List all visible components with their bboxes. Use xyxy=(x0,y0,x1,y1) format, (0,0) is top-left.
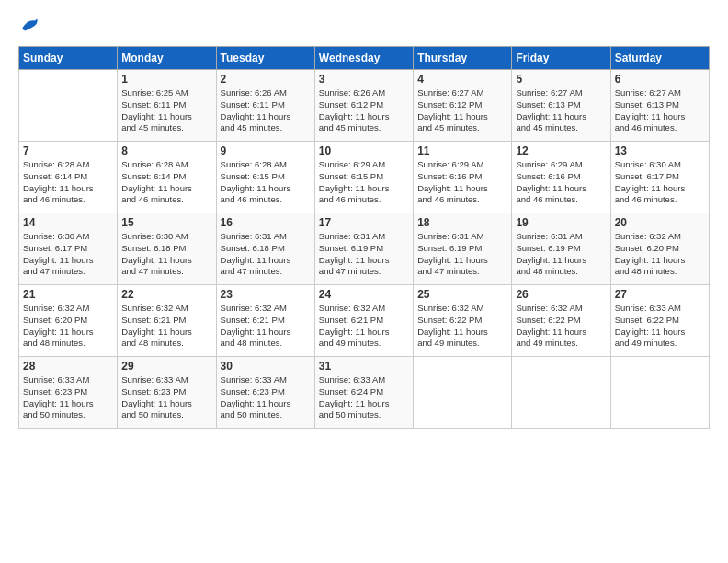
day-number: 28 xyxy=(23,360,113,373)
cell-content: Sunrise: 6:30 AM Sunset: 6:17 PM Dayligh… xyxy=(23,231,113,278)
cell-content: Sunrise: 6:31 AM Sunset: 6:19 PM Dayligh… xyxy=(319,231,409,278)
calendar-cell: 11Sunrise: 6:29 AM Sunset: 6:16 PM Dayli… xyxy=(414,142,512,213)
cell-content: Sunrise: 6:31 AM Sunset: 6:19 PM Dayligh… xyxy=(516,231,606,278)
day-number: 1 xyxy=(121,73,211,86)
day-header-monday: Monday xyxy=(118,47,216,70)
calendar-cell: 30Sunrise: 6:33 AM Sunset: 6:23 PM Dayli… xyxy=(216,357,314,429)
cell-content: Sunrise: 6:32 AM Sunset: 6:22 PM Dayligh… xyxy=(516,303,606,350)
calendar-cell: 18Sunrise: 6:31 AM Sunset: 6:19 PM Dayli… xyxy=(414,213,512,285)
calendar-cell: 4Sunrise: 6:27 AM Sunset: 6:12 PM Daylig… xyxy=(414,70,512,142)
day-number: 23 xyxy=(221,288,311,301)
logo-bird-icon xyxy=(20,15,40,35)
cell-content: Sunrise: 6:29 AM Sunset: 6:16 PM Dayligh… xyxy=(516,159,606,206)
cell-content: Sunrise: 6:30 AM Sunset: 6:17 PM Dayligh… xyxy=(615,159,705,206)
week-row-2: 14Sunrise: 6:30 AM Sunset: 6:17 PM Dayli… xyxy=(19,213,710,285)
week-row-4: 28Sunrise: 6:33 AM Sunset: 6:23 PM Dayli… xyxy=(19,357,710,429)
cell-content: Sunrise: 6:28 AM Sunset: 6:15 PM Dayligh… xyxy=(221,159,311,206)
calendar-table: SundayMondayTuesdayWednesdayThursdayFrid… xyxy=(18,46,710,429)
calendar-cell: 27Sunrise: 6:33 AM Sunset: 6:22 PM Dayli… xyxy=(610,285,709,357)
day-header-tuesday: Tuesday xyxy=(216,47,314,70)
calendar-cell: 21Sunrise: 6:32 AM Sunset: 6:20 PM Dayli… xyxy=(19,285,118,357)
day-number: 4 xyxy=(417,73,507,86)
day-number: 29 xyxy=(121,360,211,373)
day-number: 14 xyxy=(23,216,113,229)
cell-content: Sunrise: 6:32 AM Sunset: 6:21 PM Dayligh… xyxy=(221,303,311,350)
day-number: 12 xyxy=(516,144,606,157)
day-number: 10 xyxy=(319,144,409,157)
calendar-cell: 2Sunrise: 6:26 AM Sunset: 6:11 PM Daylig… xyxy=(216,70,314,142)
day-header-friday: Friday xyxy=(512,47,610,70)
calendar-header: SundayMondayTuesdayWednesdayThursdayFrid… xyxy=(19,47,710,70)
day-header-saturday: Saturday xyxy=(610,47,709,70)
calendar-cell: 14Sunrise: 6:30 AM Sunset: 6:17 PM Dayli… xyxy=(19,213,118,285)
calendar-cell: 9Sunrise: 6:28 AM Sunset: 6:15 PM Daylig… xyxy=(216,142,314,213)
calendar-cell xyxy=(512,357,610,429)
day-number: 8 xyxy=(121,144,211,157)
calendar-cell: 5Sunrise: 6:27 AM Sunset: 6:13 PM Daylig… xyxy=(512,70,610,142)
day-number: 31 xyxy=(319,360,409,373)
cell-content: Sunrise: 6:32 AM Sunset: 6:21 PM Dayligh… xyxy=(121,303,211,350)
calendar-cell xyxy=(610,357,709,429)
cell-content: Sunrise: 6:31 AM Sunset: 6:18 PM Dayligh… xyxy=(221,231,311,278)
day-header-sunday: Sunday xyxy=(19,47,118,70)
day-number: 19 xyxy=(516,216,606,229)
cell-content: Sunrise: 6:30 AM Sunset: 6:18 PM Dayligh… xyxy=(121,231,211,278)
cell-content: Sunrise: 6:33 AM Sunset: 6:23 PM Dayligh… xyxy=(121,374,211,421)
calendar-cell: 3Sunrise: 6:26 AM Sunset: 6:12 PM Daylig… xyxy=(314,70,413,142)
day-number: 24 xyxy=(319,288,409,301)
calendar-cell xyxy=(414,357,512,429)
day-number: 15 xyxy=(121,216,211,229)
calendar-cell: 22Sunrise: 6:32 AM Sunset: 6:21 PM Dayli… xyxy=(118,285,216,357)
cell-content: Sunrise: 6:33 AM Sunset: 6:23 PM Dayligh… xyxy=(221,374,311,421)
day-number: 11 xyxy=(417,144,507,157)
cell-content: Sunrise: 6:29 AM Sunset: 6:16 PM Dayligh… xyxy=(417,159,507,206)
calendar-cell: 26Sunrise: 6:32 AM Sunset: 6:22 PM Dayli… xyxy=(512,285,610,357)
day-number: 6 xyxy=(615,73,705,86)
cell-content: Sunrise: 6:33 AM Sunset: 6:23 PM Dayligh… xyxy=(23,374,113,421)
calendar-cell: 25Sunrise: 6:32 AM Sunset: 6:22 PM Dayli… xyxy=(414,285,512,357)
day-number: 16 xyxy=(221,216,311,229)
calendar-cell: 13Sunrise: 6:30 AM Sunset: 6:17 PM Dayli… xyxy=(610,142,709,213)
day-number: 30 xyxy=(221,360,311,373)
week-row-1: 7Sunrise: 6:28 AM Sunset: 6:14 PM Daylig… xyxy=(19,142,710,213)
calendar-cell: 16Sunrise: 6:31 AM Sunset: 6:18 PM Dayli… xyxy=(216,213,314,285)
calendar-cell: 1Sunrise: 6:25 AM Sunset: 6:11 PM Daylig… xyxy=(118,70,216,142)
day-number: 2 xyxy=(221,73,311,86)
cell-content: Sunrise: 6:25 AM Sunset: 6:11 PM Dayligh… xyxy=(121,87,211,134)
day-header-thursday: Thursday xyxy=(414,47,512,70)
day-number: 21 xyxy=(23,288,113,301)
cell-content: Sunrise: 6:29 AM Sunset: 6:15 PM Dayligh… xyxy=(319,159,409,206)
cell-content: Sunrise: 6:33 AM Sunset: 6:22 PM Dayligh… xyxy=(615,303,705,350)
day-number: 27 xyxy=(615,288,705,301)
day-number: 7 xyxy=(23,144,113,157)
cell-content: Sunrise: 6:27 AM Sunset: 6:13 PM Dayligh… xyxy=(615,87,705,134)
logo xyxy=(18,15,40,35)
calendar-cell: 17Sunrise: 6:31 AM Sunset: 6:19 PM Dayli… xyxy=(314,213,413,285)
day-number: 3 xyxy=(319,73,409,86)
day-headers-row: SundayMondayTuesdayWednesdayThursdayFrid… xyxy=(19,47,710,70)
header xyxy=(18,15,710,35)
cell-content: Sunrise: 6:32 AM Sunset: 6:21 PM Dayligh… xyxy=(319,303,409,350)
day-number: 22 xyxy=(121,288,211,301)
cell-content: Sunrise: 6:27 AM Sunset: 6:13 PM Dayligh… xyxy=(516,87,606,134)
calendar-cell: 28Sunrise: 6:33 AM Sunset: 6:23 PM Dayli… xyxy=(19,357,118,429)
calendar-cell: 12Sunrise: 6:29 AM Sunset: 6:16 PM Dayli… xyxy=(512,142,610,213)
calendar-cell: 24Sunrise: 6:32 AM Sunset: 6:21 PM Dayli… xyxy=(314,285,413,357)
day-number: 26 xyxy=(516,288,606,301)
calendar-cell: 29Sunrise: 6:33 AM Sunset: 6:23 PM Dayli… xyxy=(118,357,216,429)
day-number: 9 xyxy=(221,144,311,157)
cell-content: Sunrise: 6:31 AM Sunset: 6:19 PM Dayligh… xyxy=(417,231,507,278)
week-row-3: 21Sunrise: 6:32 AM Sunset: 6:20 PM Dayli… xyxy=(19,285,710,357)
cell-content: Sunrise: 6:28 AM Sunset: 6:14 PM Dayligh… xyxy=(121,159,211,206)
calendar-cell: 10Sunrise: 6:29 AM Sunset: 6:15 PM Dayli… xyxy=(314,142,413,213)
page: SundayMondayTuesdayWednesdayThursdayFrid… xyxy=(0,0,728,563)
calendar-cell: 20Sunrise: 6:32 AM Sunset: 6:20 PM Dayli… xyxy=(610,213,709,285)
calendar-cell: 15Sunrise: 6:30 AM Sunset: 6:18 PM Dayli… xyxy=(118,213,216,285)
cell-content: Sunrise: 6:28 AM Sunset: 6:14 PM Dayligh… xyxy=(23,159,113,206)
calendar-cell: 6Sunrise: 6:27 AM Sunset: 6:13 PM Daylig… xyxy=(610,70,709,142)
cell-content: Sunrise: 6:32 AM Sunset: 6:20 PM Dayligh… xyxy=(23,303,113,350)
cell-content: Sunrise: 6:32 AM Sunset: 6:22 PM Dayligh… xyxy=(417,303,507,350)
day-number: 17 xyxy=(319,216,409,229)
week-row-0: 1Sunrise: 6:25 AM Sunset: 6:11 PM Daylig… xyxy=(19,70,710,142)
day-number: 20 xyxy=(615,216,705,229)
